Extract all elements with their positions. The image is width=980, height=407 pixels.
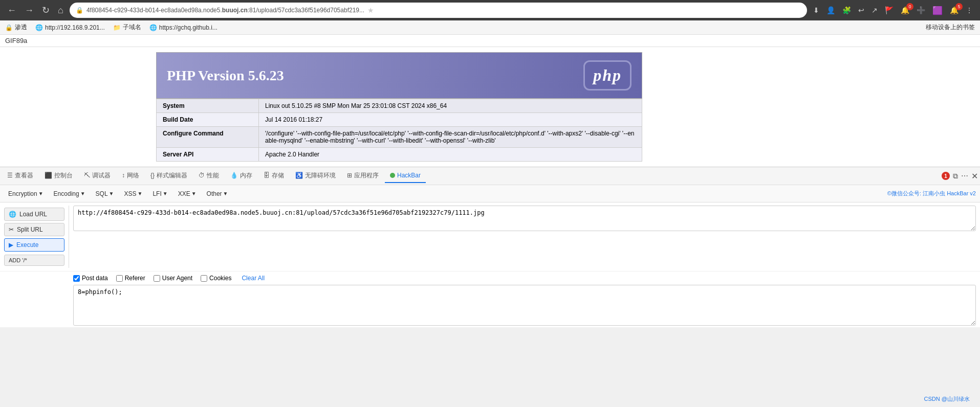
tab-label: 存储 (272, 171, 284, 180)
tab-accessibility[interactable]: ♿ 无障碍环境 (290, 168, 341, 184)
table-label: Configure Command (157, 127, 259, 148)
tab-application[interactable]: ⊞ 应用程序 (342, 168, 384, 184)
mobile-bookmarks[interactable]: 移动设备上的书签 (926, 23, 975, 32)
memory-icon: 💧 (230, 172, 238, 179)
tab-storage[interactable]: 🗄 存储 (258, 168, 289, 184)
bookmark-label-3: https://gchq.github.i... (159, 24, 217, 31)
dropdown-icon: ▼ (80, 191, 85, 196)
tab-label: HackBar (397, 172, 421, 179)
tab-label: 应用程序 (354, 171, 379, 180)
add-icon[interactable]: ➕ (914, 5, 927, 15)
table-row: Build Date Jul 14 2016 01:18:27 (157, 113, 642, 127)
lock-icon: 🔒 (5, 24, 13, 31)
bookmark-1[interactable]: 🌐 http://192.168.9.201... (35, 24, 105, 31)
table-value: '/configure' '--with-config-file-path=/u… (259, 127, 642, 148)
notification-icon[interactable]: 🔔0 (899, 5, 911, 15)
url-input[interactable] (73, 206, 976, 231)
table-value: Jul 14 2016 01:18:27 (259, 113, 642, 127)
tab-memory[interactable]: 💧 内存 (225, 168, 257, 184)
globe-icon-1: 🌐 (35, 24, 43, 31)
table-row: Configure Command '/configure' '--with-c… (157, 127, 642, 148)
menu-lfi[interactable]: LFI ▼ (148, 189, 171, 199)
back-button[interactable]: ← (5, 3, 18, 18)
bookmark-3[interactable]: 🌐 https://gchq.github.i... (149, 24, 217, 31)
table-label: Build Date (157, 113, 259, 127)
hackbar-main: 🌐 Load URL ✂ Split URL ▶ Execute ADD '/* (0, 202, 980, 271)
page-title: GIF89a (0, 35, 980, 47)
table-label: Server API (157, 148, 259, 162)
tab-console[interactable]: ⬛ 控制台 (39, 168, 78, 184)
globe-icon-2: 🌐 (149, 24, 157, 31)
user-agent-check[interactable] (154, 275, 160, 282)
table-row: Server API Apache 2.0 Handler (157, 148, 642, 162)
menu-xss[interactable]: XSS ▼ (120, 189, 146, 199)
tab-debugger[interactable]: ⛏ 调试器 (79, 168, 116, 184)
menu-encryption[interactable]: Encryption ▼ (4, 189, 48, 199)
user-agent-checkbox[interactable]: User Agent (154, 275, 192, 282)
menu-icon[interactable]: ⋮ (964, 5, 975, 15)
profile-icon[interactable]: 👤 (824, 5, 837, 15)
hackbar-credit: ©微信公众号: 江南小虫 HackBar v2 (887, 190, 976, 197)
dropdown-icon: ▼ (38, 191, 43, 196)
load-url-icon: 🌐 (9, 211, 16, 218)
tab-hackbar[interactable]: HackBar (385, 169, 426, 183)
menu-other[interactable]: Other ▼ (203, 189, 232, 199)
table-value: Apache 2.0 Handler (259, 148, 642, 162)
add-button[interactable]: ADD '/* (4, 255, 64, 266)
tab-style-editor[interactable]: {} 样式编辑器 (145, 168, 192, 184)
undock-icon[interactable]: ⧉ (953, 172, 958, 180)
tab-label: 控制台 (54, 171, 73, 180)
bookmark-0[interactable]: 🔒 渗透 (5, 23, 27, 32)
refresh-button[interactable]: ↻ (40, 3, 52, 18)
bookmark-2[interactable]: 📁 子域名 (113, 23, 141, 32)
footer-credit: CSDN @山川绿水 (924, 395, 970, 403)
folder-icon: 📁 (113, 24, 121, 31)
post-data-check[interactable] (73, 275, 80, 282)
forward-button[interactable]: → (23, 3, 36, 18)
split-url-button[interactable]: ✂ Split URL (4, 223, 64, 236)
load-url-button[interactable]: 🌐 Load URL (4, 208, 64, 221)
bookmark-icon[interactable]: ★ (367, 6, 374, 14)
referer-check[interactable] (116, 275, 123, 282)
history-back-icon[interactable]: ↩ (856, 5, 866, 15)
tab-label: 调试器 (92, 171, 111, 180)
address-bar[interactable]: 🔒 4f808454-c929-433d-b014-ec8ada0ed98a.n… (70, 3, 807, 18)
puzzle-icon[interactable]: 🟪 (930, 5, 945, 16)
menu-encoding[interactable]: Encoding ▼ (50, 189, 90, 199)
cookies-checkbox[interactable]: Cookies (201, 275, 231, 282)
hackbar-options: Post data Referer User Agent Cookies Cle… (0, 271, 980, 285)
console-icon: ⬛ (45, 172, 52, 179)
hackbar-sidebar: 🌐 Load URL ✂ Split URL ▶ Execute ADD '/* (0, 206, 69, 268)
post-data-checkbox[interactable]: Post data (73, 275, 108, 282)
menu-xxe[interactable]: XXE ▼ (174, 189, 201, 199)
tab-performance[interactable]: ⏱ 性能 (193, 168, 224, 184)
share-icon[interactable]: ↗ (869, 5, 880, 15)
dropdown-icon: ▼ (109, 191, 114, 196)
devtools-actions: 1 ⧉ ⋯ ✕ (942, 171, 978, 181)
close-icon[interactable]: ✕ (971, 171, 978, 181)
devtools-tabs: ☰ 查看器 ⬛ 控制台 ⛏ 调试器 ↕ 网络 {} 样式编辑器 ⏱ 性能 💧 内… (0, 167, 980, 185)
address-bar-url: 4f808454-c929-433d-b014-ec8ada0ed98a.nod… (86, 7, 364, 14)
execute-button[interactable]: ▶ Execute (4, 238, 64, 252)
home-button[interactable]: ⌂ (56, 3, 66, 18)
url-area (69, 206, 980, 268)
menu-sql[interactable]: SQL ▼ (92, 189, 118, 199)
overflow-icon[interactable]: ⋯ (961, 172, 968, 180)
error-badge: 1 (942, 172, 950, 180)
tab-label: 性能 (207, 171, 219, 180)
notification2-icon[interactable]: 🔔5 (948, 5, 961, 15)
bookmark-label: 渗透 (15, 23, 27, 32)
tab-network[interactable]: ↕ 网络 (117, 168, 144, 184)
post-data-input[interactable] (73, 285, 976, 326)
bookmark-label-2: 子域名 (123, 23, 141, 32)
extensions-icon[interactable]: 🧩 (840, 5, 853, 15)
tab-inspector[interactable]: ☰ 查看器 (2, 168, 38, 184)
split-url-icon: ✂ (9, 226, 14, 233)
bookmark-label-1: http://192.168.9.201... (45, 24, 105, 31)
accessibility-icon: ♿ (295, 172, 303, 179)
referer-checkbox[interactable]: Referer (116, 275, 145, 282)
flag-icon[interactable]: 🚩 (883, 5, 896, 15)
download-icon[interactable]: ⬇ (811, 5, 821, 15)
cookies-check[interactable] (201, 275, 207, 282)
clear-all-button[interactable]: Clear All (242, 275, 265, 282)
